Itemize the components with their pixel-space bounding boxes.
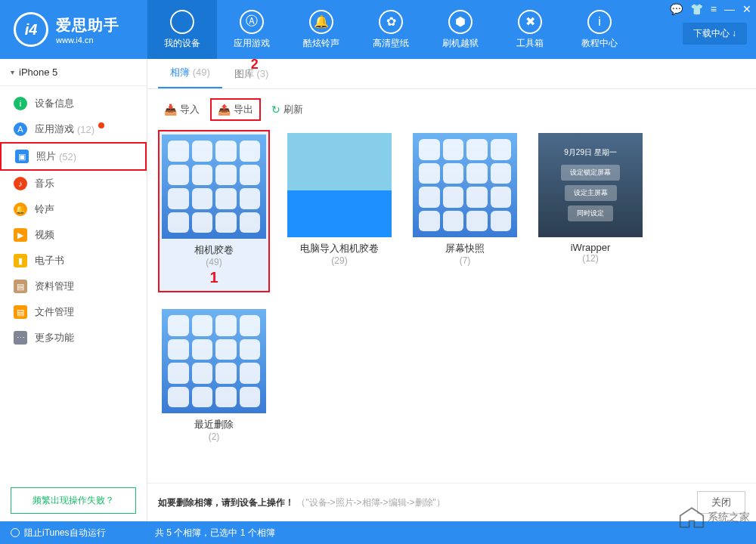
nav-label: 我的设备	[164, 37, 200, 50]
block-itunes-label: 阻止iTunes自动运行	[24, 527, 106, 539]
album-label: 电脑导入相机胶卷	[284, 242, 395, 255]
tab-label: 图库	[234, 68, 254, 79]
close-icon[interactable]: ✕	[742, 3, 751, 15]
ring-icon: 🔔	[14, 202, 27, 216]
album-thumbnail	[162, 134, 266, 239]
tab-count: (3)	[256, 68, 268, 79]
status-bar: 阻止iTunes自动运行 共 5 个相簿，已选中 1 个相簿	[0, 521, 756, 544]
notification-dot-icon	[98, 122, 104, 128]
feedback-icon[interactable]: 💬	[670, 3, 683, 15]
top-nav: 我的设备Ⓐ应用游戏🔔酷炫铃声✿高清壁纸⬢刷机越狱✖工具箱i教程中心	[147, 0, 634, 59]
minimize-icon[interactable]: —	[724, 3, 735, 15]
album-thumbnail	[413, 133, 517, 237]
watermark-icon	[679, 506, 705, 529]
export-button[interactable]: 📤 导出	[210, 98, 261, 121]
album-thumbnail	[287, 133, 392, 237]
shirt-icon[interactable]: 👕	[690, 3, 703, 15]
album-item[interactable]: 最近删除(2)	[158, 306, 270, 442]
sidebar-item-photos[interactable]: ▣照片(52)	[0, 142, 147, 171]
import-icon: 📥	[164, 104, 177, 116]
tab[interactable]: 相簿 (49)2	[158, 58, 222, 88]
sidebar-item-label: 音乐	[35, 177, 54, 190]
top-nav-item[interactable]: Ⓐ应用游戏	[217, 0, 287, 59]
top-nav-item[interactable]: i教程中心	[565, 0, 634, 59]
tab-label: 相簿	[170, 66, 190, 78]
annotation-1: 1	[160, 269, 268, 286]
album-count: (7)	[409, 255, 521, 266]
download-center-button[interactable]: 下载中心 ↓	[683, 23, 747, 45]
ebook-icon: ▮	[14, 254, 27, 267]
data-icon: ▤	[14, 280, 27, 293]
album-item[interactable]: 屏幕快照(7)	[409, 130, 521, 292]
album-item[interactable]: 9月29日 星期一设定锁定屏幕设定主屏幕同时设定iWrapper(12)	[534, 130, 646, 292]
selection-status: 共 5 个相簿，已选中 1 个相簿	[155, 527, 275, 539]
album-count: (2)	[158, 431, 270, 442]
import-label: 导入	[180, 103, 200, 116]
app-logo: i4 爱思助手 www.i4.cn	[0, 12, 147, 47]
sidebar-item-label: 更多功能	[35, 331, 74, 345]
device-selector[interactable]: iPhone 5	[0, 59, 147, 86]
menu-icon[interactable]: ≡	[711, 3, 717, 15]
nav-icon: Ⓐ	[240, 10, 264, 34]
logo-icon: i4	[14, 12, 48, 47]
top-nav-item[interactable]: 🔔酷炫铃声	[287, 0, 356, 59]
block-itunes-toggle[interactable]: 阻止iTunes自动运行	[11, 527, 147, 539]
hint-bar: 如要删除相簿，请到设备上操作！ （"设备->照片->相簿->编辑->删除"） 关…	[147, 483, 756, 521]
sidebar-item-count: (12)	[77, 124, 94, 135]
export-icon: 📤	[218, 104, 231, 116]
sidebar-item-ebook[interactable]: ▮电子书	[0, 248, 147, 274]
app-header: i4 爱思助手 www.i4.cn 我的设备Ⓐ应用游戏🔔酷炫铃声✿高清壁纸⬢刷机…	[0, 0, 756, 59]
sidebar-item-count: (52)	[59, 151, 76, 162]
album-grid: 相机胶卷(49)1电脑导入相机胶卷(29)屏幕快照(7)9月29日 星期一设定锁…	[147, 130, 756, 442]
nav-label: 高清壁纸	[373, 37, 409, 50]
content-tabs: 相簿 (49)2图库 (3)	[147, 59, 756, 89]
photos-icon: ▣	[15, 150, 29, 163]
sidebar-item-label: 视频	[35, 228, 54, 242]
watermark: 系统之家	[679, 506, 750, 529]
help-link[interactable]: 频繁出现操作失败？	[11, 487, 136, 514]
sidebar-item-video[interactable]: ▶视频	[0, 222, 147, 248]
sidebar-item-ring[interactable]: 🔔铃声	[0, 196, 147, 222]
music-icon: ♪	[14, 177, 27, 190]
window-controls: 💬 👕 ≡ — ✕	[670, 3, 751, 15]
album-thumbnail: 9月29日 星期一设定锁定屏幕设定主屏幕同时设定	[538, 133, 643, 237]
hint-sub: （"设备->照片->相簿->编辑->删除"）	[296, 497, 445, 508]
top-nav-item[interactable]: ✿高清壁纸	[356, 0, 426, 59]
album-label: 屏幕快照	[409, 242, 521, 255]
nav-label: 教程中心	[581, 37, 618, 50]
nav-icon	[170, 10, 194, 34]
top-nav-item[interactable]: 我的设备	[147, 0, 217, 59]
tab[interactable]: 图库 (3)	[222, 60, 281, 88]
sidebar-item-label: 铃声	[35, 202, 54, 216]
sidebar-item-label: 设备信息	[35, 97, 74, 110]
top-nav-item[interactable]: ✖工具箱	[495, 0, 565, 59]
nav-icon: i	[587, 10, 612, 34]
sidebar-item-info[interactable]: i设备信息	[0, 91, 147, 116]
sidebar-item-file[interactable]: ▤文件管理	[0, 299, 147, 325]
hint-text: 如要删除相簿，请到设备上操作！	[158, 497, 294, 508]
import-button[interactable]: 📥 导入	[158, 100, 206, 119]
refresh-icon: ↻	[271, 104, 280, 116]
album-thumbnail	[162, 309, 266, 413]
sidebar-item-music[interactable]: ♪音乐	[0, 171, 147, 196]
file-icon: ▤	[14, 305, 27, 319]
nav-icon: 🔔	[309, 10, 333, 34]
album-item[interactable]: 相机胶卷(49)1	[158, 130, 270, 292]
album-item[interactable]: 电脑导入相机胶卷(29)	[284, 130, 395, 292]
nav-icon: ✖	[518, 10, 542, 34]
refresh-button[interactable]: ↻ 刷新	[265, 100, 309, 119]
sidebar-item-label: 电子书	[35, 254, 64, 267]
nav-icon: ✿	[379, 10, 403, 34]
top-nav-item[interactable]: ⬢刷机越狱	[426, 0, 495, 59]
toggle-off-icon	[11, 528, 20, 537]
sidebar-item-label: 资料管理	[35, 280, 74, 293]
album-label: 最近删除	[158, 418, 270, 431]
app-url: www.i4.cn	[56, 36, 119, 45]
toolbar: 📥 导入 📤 导出 ↻ 刷新	[147, 89, 756, 130]
album-count: (49)	[160, 257, 268, 267]
sidebar-item-apps[interactable]: A应用游戏(12)	[0, 116, 147, 142]
sidebar-item-data[interactable]: ▤资料管理	[0, 274, 147, 299]
sidebar-item-more[interactable]: ⋯更多功能	[0, 325, 147, 351]
app-name: 爱思助手	[56, 15, 119, 36]
sidebar-item-label: 照片	[36, 150, 56, 163]
